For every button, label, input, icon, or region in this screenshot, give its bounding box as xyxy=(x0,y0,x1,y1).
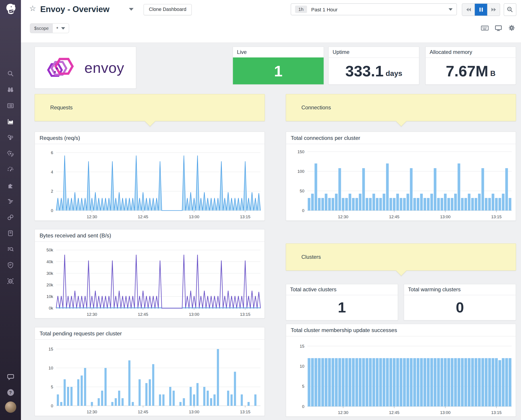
sidebar-item-infrastructure[interactable] xyxy=(0,134,21,141)
svg-text:13:00: 13:00 xyxy=(189,410,199,414)
user-avatar xyxy=(5,402,16,413)
svg-text:12:30: 12:30 xyxy=(87,312,97,317)
scope-value: * xyxy=(56,25,58,31)
datadog-logo[interactable] xyxy=(0,0,21,19)
pause-icon xyxy=(478,7,484,13)
chevron-down-icon[interactable] xyxy=(129,8,134,11)
hexagons-icon xyxy=(7,134,14,141)
time-range-label: Past 1 Hour xyxy=(311,7,337,12)
sidebar-item-integrations[interactable] xyxy=(0,182,21,189)
svg-text:5: 5 xyxy=(302,384,304,389)
fast-forward-button[interactable] xyxy=(487,4,500,15)
note-requests: Requests xyxy=(35,94,265,121)
svg-text:50: 50 xyxy=(300,189,304,193)
svg-text:13:00: 13:00 xyxy=(440,214,451,219)
uptime-value: 333.1 xyxy=(345,62,384,80)
playback-controls xyxy=(462,3,500,16)
stat-title: Total warming clusters xyxy=(404,284,516,295)
sidebar-item-logs[interactable] xyxy=(0,198,21,205)
bytes-chart-plot[interactable]: 0k10k20k30k40k50k12:3012:4513:0013:15 xyxy=(35,241,265,318)
security-shield-icon xyxy=(7,262,14,269)
active-clusters-value: 1 xyxy=(286,295,398,320)
sidebar-item-log-explorer[interactable] xyxy=(0,246,21,253)
note-text: Requests xyxy=(50,105,73,111)
dashboard-page: ☆ Envoy - Overview Clone Dashboard 1h Pa… xyxy=(0,0,521,420)
svg-text:10: 10 xyxy=(300,364,304,368)
sidebar-item-security[interactable] xyxy=(0,262,21,269)
sidebar-item-synthetics[interactable] xyxy=(0,214,21,221)
svg-text:0k: 0k xyxy=(49,306,53,310)
stat-title: Uptime xyxy=(329,47,419,58)
sidebar-item-metrics[interactable] xyxy=(0,166,21,173)
time-range-badge: 1h xyxy=(295,6,307,13)
tv-mode-button[interactable] xyxy=(495,24,502,32)
warming-clusters-value: 0 xyxy=(404,295,516,320)
svg-text:12:45: 12:45 xyxy=(389,214,399,219)
datadog-dog-icon xyxy=(4,3,17,16)
chat-bubble-icon xyxy=(7,373,14,380)
svg-text:100: 100 xyxy=(298,169,304,174)
sidebar-item-network[interactable] xyxy=(0,278,21,285)
logs-lines-icon xyxy=(7,198,14,205)
metrics-chart-icon xyxy=(7,118,14,125)
sidebar-item-events[interactable] xyxy=(0,102,21,109)
sidebar-item-watchdog[interactable] xyxy=(0,86,21,93)
envoy-logo-widget: envoy xyxy=(35,46,136,89)
note-text: Connections xyxy=(301,105,331,111)
svg-text:13:00: 13:00 xyxy=(189,214,199,219)
sidebar-item-user[interactable] xyxy=(0,402,21,413)
connections-chart-widget: Total connections per cluster 0501001501… xyxy=(286,131,516,221)
svg-text:13:15: 13:15 xyxy=(240,312,251,317)
requests-chart-widget: Requests (req/s) 024612:3012:4513:0013:1… xyxy=(35,131,265,221)
allocated-memory-stat-widget: Allocated memory 7.67M B xyxy=(425,46,516,85)
log-search-icon xyxy=(7,246,14,253)
stat-title: Live xyxy=(233,47,323,58)
sidebar-item-search[interactable] xyxy=(0,70,21,77)
svg-text:20k: 20k xyxy=(46,283,54,287)
favorite-star-icon[interactable]: ☆ xyxy=(29,4,36,13)
svg-text:10k: 10k xyxy=(46,294,54,299)
svg-text:5: 5 xyxy=(51,385,53,389)
note-text: Clusters xyxy=(301,254,321,260)
svg-text:0: 0 xyxy=(51,208,53,213)
time-range-selector[interactable]: 1h Past 1 Hour xyxy=(291,3,457,15)
membership-chart-widget: Total cluster membership update successe… xyxy=(286,324,516,417)
svg-text:12:45: 12:45 xyxy=(138,410,148,414)
scope-template-variable[interactable]: $scope * xyxy=(30,23,69,33)
sidebar-item-apm[interactable] xyxy=(0,150,21,157)
keyboard-icon xyxy=(481,24,489,31)
rewind-button[interactable] xyxy=(462,4,475,15)
svg-text:12:30: 12:30 xyxy=(338,410,348,415)
pause-button[interactable] xyxy=(475,4,488,15)
requests-chart-plot[interactable]: 024612:3012:4513:0013:15 xyxy=(35,144,265,220)
envoy-logo-text: envoy xyxy=(84,59,124,76)
app-sidebar: ? xyxy=(0,0,21,420)
sidebar-item-chat-support[interactable] xyxy=(0,373,21,380)
svg-text:12:30: 12:30 xyxy=(338,214,348,219)
chart-title: Bytes received and sent (B/s) xyxy=(35,229,265,242)
sidebar-item-dashboards-active[interactable] xyxy=(0,118,21,125)
connections-chart-plot[interactable]: 05010015012:3012:4513:0013:15 xyxy=(286,144,516,220)
zoom-out-button[interactable] xyxy=(504,3,517,16)
settings-button[interactable] xyxy=(508,24,515,32)
puzzle-icon xyxy=(7,182,14,189)
svg-text:0: 0 xyxy=(302,404,304,409)
clone-dashboard-button[interactable]: Clone Dashboard xyxy=(144,4,192,15)
svg-text:40k: 40k xyxy=(46,259,54,264)
warming-clusters-stat-widget: Total warming clusters 0 xyxy=(404,284,516,321)
shortcuts-keyboard-button[interactable] xyxy=(481,24,489,32)
svg-text:13:15: 13:15 xyxy=(491,410,502,415)
chain-links-icon xyxy=(7,214,14,221)
pending-requests-chart-plot[interactable]: 05101512:3012:4513:0013:15 xyxy=(35,339,265,416)
svg-text:15: 15 xyxy=(300,344,304,349)
sidebar-item-help[interactable]: ? xyxy=(0,389,21,396)
sidebar-item-notebooks[interactable] xyxy=(0,230,21,237)
svg-text:12:30: 12:30 xyxy=(87,214,97,219)
dropdown-caret-icon xyxy=(449,8,452,10)
zoom-out-icon xyxy=(507,6,513,13)
membership-chart-plot[interactable]: 05101512:3012:4513:0013:15 xyxy=(286,336,516,416)
svg-text:0: 0 xyxy=(51,404,53,408)
svg-text:2: 2 xyxy=(51,189,53,194)
page-title[interactable]: Envoy - Overview xyxy=(40,4,109,14)
events-list-icon xyxy=(7,102,14,109)
